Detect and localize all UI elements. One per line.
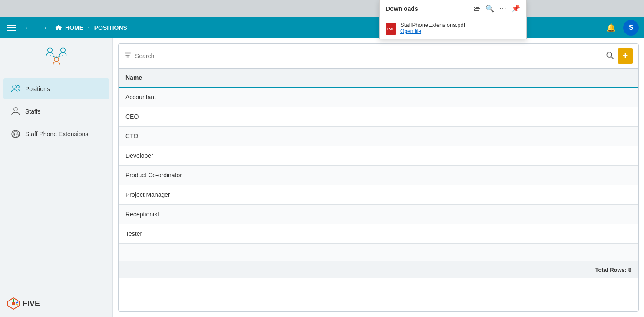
svg-point-10	[12, 302, 15, 305]
breadcrumb-separator: ›	[88, 24, 90, 31]
search-input[interactable]	[135, 52, 602, 59]
search-bar: +	[119, 44, 638, 69]
hamburger-line-1	[7, 25, 16, 26]
downloads-popup: Downloads 🗁 🔍 ⋯ 📌 PDF StaffPhoneExtensio…	[379, 0, 527, 39]
five-logo-icon	[7, 297, 20, 310]
filter-icon	[124, 51, 132, 61]
svg-line-3	[50, 56, 56, 58]
svg-point-2	[54, 57, 59, 62]
svg-point-1	[60, 48, 65, 52]
app-header: ← → HOME › POSITIONS 🔔 S	[0, 17, 644, 38]
home-link[interactable]: HOME	[55, 24, 83, 32]
sidebar-org-icon	[43, 45, 69, 67]
svg-point-7	[14, 108, 17, 111]
downloads-header: Downloads 🗁 🔍 ⋯ 📌	[380, 0, 526, 17]
home-label: HOME	[65, 24, 83, 31]
pdf-icon: PDF	[386, 23, 396, 35]
svg-line-12	[16, 302, 18, 303]
main-layout: Positions Staffs Staff Phone Extensions	[0, 38, 644, 317]
table-row[interactable]: CEO	[119, 107, 638, 127]
table-footer: Total Rows: 8	[119, 261, 638, 278]
table-row[interactable]: CTO	[119, 127, 638, 146]
table-container: + Name Accountant CEO CTO Developer Prod…	[118, 43, 639, 312]
notifications-button[interactable]: 🔔	[603, 20, 619, 36]
sidebar-item-positions-label: Positions	[25, 85, 50, 92]
browser-bar: Downloads 🗁 🔍 ⋯ 📌 PDF StaffPhoneExtensio…	[0, 0, 644, 17]
search-button[interactable]	[605, 51, 614, 62]
home-icon	[55, 24, 63, 32]
svg-line-13	[16, 304, 18, 305]
user-avatar-button[interactable]: S	[623, 20, 639, 36]
positions-icon	[10, 84, 21, 94]
svg-line-4	[56, 56, 63, 58]
phone-extensions-icon	[10, 129, 21, 139]
svg-line-18	[611, 56, 614, 59]
sidebar-item-phone-extensions[interactable]: Staff Phone Extensions	[3, 124, 109, 144]
download-file-name: StaffPhoneExtensions.pdf	[400, 22, 465, 28]
back-button[interactable]: ←	[22, 22, 34, 33]
hamburger-line-3	[7, 30, 16, 31]
sidebar-nav: Positions Staffs Staff Phone Extensions	[0, 74, 112, 149]
table-row[interactable]: Receptionist	[119, 205, 638, 224]
hamburger-line-2	[7, 27, 16, 28]
sidebar-item-phone-label: Staff Phone Extensions	[25, 131, 88, 137]
table-header: Name	[119, 69, 638, 88]
breadcrumb-current: POSITIONS	[94, 24, 127, 31]
add-button[interactable]: +	[618, 48, 633, 64]
svg-point-0	[47, 48, 52, 52]
sidebar-item-positions[interactable]: Positions	[3, 78, 109, 99]
forward-button[interactable]: →	[38, 22, 50, 33]
downloads-item: PDF StaffPhoneExtensions.pdf Open file	[380, 17, 526, 39]
svg-point-6	[17, 85, 19, 88]
staffs-icon	[10, 106, 21, 117]
header-right: 🔔 S	[603, 20, 639, 36]
table-row[interactable]: Developer	[119, 146, 638, 166]
sidebar-logo	[0, 38, 112, 74]
table-row[interactable]: Project Manager	[119, 185, 638, 205]
content-area: + Name Accountant CEO CTO Developer Prod…	[113, 38, 644, 317]
sidebar: Positions Staffs Staff Phone Extensions	[0, 38, 113, 317]
downloads-more-icon[interactable]: ⋯	[499, 4, 506, 13]
downloads-title: Downloads	[386, 5, 418, 12]
table-row[interactable]: Accountant	[119, 88, 638, 107]
table-row[interactable]: Product Co-ordinator	[119, 166, 638, 185]
table-row-empty	[119, 244, 638, 261]
sidebar-item-staffs-label: Staffs	[25, 108, 41, 115]
hamburger-button[interactable]	[5, 23, 17, 33]
downloads-folder-icon[interactable]: 🗁	[473, 5, 480, 13]
column-name-header: Name	[125, 74, 142, 81]
five-logo-text: FIVE	[23, 299, 40, 308]
downloads-pin-icon[interactable]: 📌	[512, 4, 520, 13]
svg-point-5	[13, 85, 16, 88]
sidebar-item-staffs[interactable]: Staffs	[3, 101, 109, 122]
download-file-info: StaffPhoneExtensions.pdf Open file	[400, 22, 465, 34]
downloads-actions: 🗁 🔍 ⋯ 📌	[473, 4, 520, 13]
svg-point-17	[607, 52, 612, 57]
table-row[interactable]: Tester	[119, 224, 638, 244]
downloads-search-icon[interactable]: 🔍	[485, 4, 494, 13]
total-rows-label: Total Rows: 8	[595, 267, 631, 273]
download-open-link[interactable]: Open file	[400, 28, 465, 34]
sidebar-bottom: FIVE	[0, 290, 112, 317]
five-logo: FIVE	[7, 297, 40, 310]
